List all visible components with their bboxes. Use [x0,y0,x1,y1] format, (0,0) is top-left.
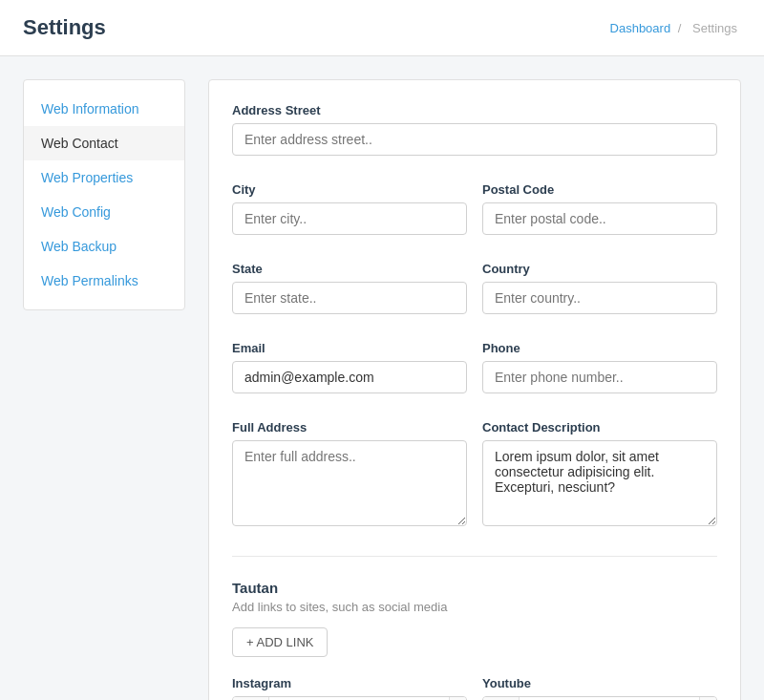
sidebar-item-web-properties[interactable]: Web Properties [24,160,184,195]
state-label: State [232,262,467,276]
page-header: Settings Dashboard / Settings [0,0,764,56]
email-label: Email [232,341,467,355]
contact-description-group: Contact Description [482,420,717,529]
state-country-row: State Country [232,262,717,314]
tautan-title: Tautan [232,580,717,596]
email-group: Email [232,341,467,393]
tautan-subtitle: Add links to sites, such as social media [232,600,717,614]
full-address-input[interactable] [232,440,467,526]
state-input[interactable] [232,282,467,314]
breadcrumb: Dashboard / Settings [610,21,741,35]
youtube-group: Youtube × [482,676,717,700]
country-input[interactable] [482,282,717,314]
address-street-input[interactable] [232,123,717,156]
tautan-section: Tautan Add links to sites, such as socia… [232,580,717,700]
email-input[interactable] [232,361,467,393]
postal-code-input[interactable] [482,202,717,235]
phone-input[interactable] [482,361,717,393]
social-links-row: Instagram × [232,676,717,700]
full-address-label: Full Address [232,420,467,435]
city-input[interactable] [232,202,467,235]
country-group: Country [482,262,717,314]
breadcrumb-dashboard[interactable]: Dashboard [610,21,671,35]
breadcrumb-separator: / [678,21,682,35]
content-area: Address Street City Postal Code State Co… [208,79,741,700]
state-group: State [232,262,467,314]
full-address-contact-row: Full Address Contact Description [232,420,717,529]
instagram-group: Instagram × [232,676,467,700]
country-label: Country [482,262,717,276]
contact-description-label: Contact Description [482,420,717,435]
page-title: Settings [23,15,106,40]
city-postal-row: City Postal Code [232,182,717,235]
address-street-label: Address Street [232,103,717,117]
phone-label: Phone [482,341,717,355]
sidebar-item-web-contact[interactable]: Web Contact [24,126,184,160]
main-layout: Web InformationWeb ContactWeb Properties… [0,56,764,700]
instagram-input-wrapper: × [232,696,467,700]
full-address-group: Full Address [232,420,467,529]
city-group: City [232,182,467,235]
sidebar: Web InformationWeb ContactWeb Properties… [23,79,185,310]
contact-description-input[interactable] [482,440,717,526]
sidebar-item-web-information[interactable]: Web Information [24,92,184,126]
add-link-label: + ADD LINK [246,635,313,649]
phone-group: Phone [482,341,717,393]
sidebar-item-web-config[interactable]: Web Config [24,195,184,229]
instagram-label: Instagram [232,676,467,690]
sidebar-item-web-backup[interactable]: Web Backup [24,229,184,264]
postal-code-group: Postal Code [482,182,717,235]
sidebar-item-web-permalinks[interactable]: Web Permalinks [24,264,184,298]
section-divider [232,556,717,557]
email-phone-row: Email Phone [232,341,717,393]
add-link-button[interactable]: + ADD LINK [232,627,328,657]
city-label: City [232,182,467,197]
postal-code-label: Postal Code [482,182,717,197]
youtube-input-wrapper: × [482,696,717,700]
youtube-label: Youtube [482,676,717,690]
address-street-section: Address Street [232,103,717,156]
breadcrumb-current: Settings [692,21,737,35]
